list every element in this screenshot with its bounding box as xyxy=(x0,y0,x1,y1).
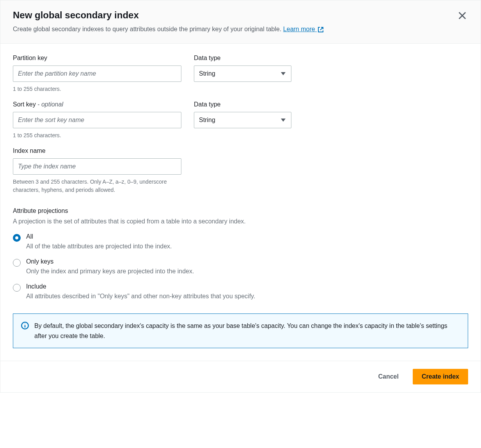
projections-desc: A projection is the set of attributes th… xyxy=(13,217,468,226)
radio-desc-all: All of the table attributes are projecte… xyxy=(26,242,172,251)
sort-type-label: Data type xyxy=(194,101,291,108)
modal-body: Partition key 1 to 255 characters. Data … xyxy=(0,44,481,361)
modal-title: New global secondary index xyxy=(13,10,468,21)
sort-type-group: Data type String xyxy=(194,101,291,140)
svg-point-2 xyxy=(25,324,25,324)
modal-subtitle: Create global secondary indexes to query… xyxy=(13,25,468,34)
partition-type-select[interactable]: String xyxy=(194,66,291,82)
sort-key-label-text: Sort key xyxy=(13,101,36,108)
index-name-hint: Between 3 and 255 characters. Only A–Z, … xyxy=(13,178,181,194)
projection-option-only-keys[interactable]: Only keys Only the index and primary key… xyxy=(13,258,468,276)
sort-key-row: Sort key optional 1 to 255 characters. D… xyxy=(13,101,468,140)
projection-option-all[interactable]: All All of the table attributes are proj… xyxy=(13,233,468,251)
modal-footer: Cancel Create index xyxy=(0,361,481,392)
learn-more-text: Learn more xyxy=(283,26,315,32)
sort-key-input[interactable] xyxy=(13,112,181,128)
radio-input-all[interactable] xyxy=(13,234,21,242)
info-icon xyxy=(21,322,29,329)
cancel-button[interactable]: Cancel xyxy=(369,369,407,384)
projections-title: Attribute projections xyxy=(13,207,468,214)
partition-key-row: Partition key 1 to 255 characters. Data … xyxy=(13,55,468,93)
close-icon xyxy=(458,11,467,20)
index-name-group: Index name Between 3 and 255 characters.… xyxy=(13,147,468,194)
partition-key-input[interactable] xyxy=(13,66,181,82)
radio-label-include: Include xyxy=(26,283,255,290)
radio-label-only-keys: Only keys xyxy=(26,258,194,265)
radio-label-all: All xyxy=(26,233,172,240)
radio-desc-only-keys: Only the index and primary keys are proj… xyxy=(26,267,194,276)
index-name-label: Index name xyxy=(13,147,468,154)
info-text: By default, the global secondary index's… xyxy=(34,321,460,341)
radio-input-only-keys[interactable] xyxy=(13,259,21,267)
projection-option-include[interactable]: Include All attributes described in "Onl… xyxy=(13,283,468,301)
partition-type-label: Data type xyxy=(194,55,291,62)
modal-dialog: New global secondary index Create global… xyxy=(0,0,481,393)
sort-type-value: String xyxy=(199,117,215,124)
subtitle-text: Create global secondary indexes to query… xyxy=(13,26,281,32)
partition-key-group: Partition key 1 to 255 characters. xyxy=(13,55,181,93)
partition-key-label: Partition key xyxy=(13,55,181,62)
index-name-input[interactable] xyxy=(13,158,181,175)
info-box: By default, the global secondary index's… xyxy=(13,313,468,348)
modal-header: New global secondary index Create global… xyxy=(0,0,481,44)
close-button[interactable] xyxy=(456,10,468,23)
projections-section: Attribute projections A projection is th… xyxy=(13,207,468,301)
partition-key-hint: 1 to 255 characters. xyxy=(13,85,181,93)
chevron-down-icon xyxy=(281,72,286,75)
radio-desc-include: All attributes described in "Only keys" … xyxy=(26,292,255,301)
partition-type-value: String xyxy=(199,70,215,77)
external-link-icon xyxy=(318,27,324,33)
radio-input-include[interactable] xyxy=(13,284,21,292)
projections-radio-group: All All of the table attributes are proj… xyxy=(13,233,468,301)
sort-type-select[interactable]: String xyxy=(194,112,291,128)
sort-key-hint: 1 to 255 characters. xyxy=(13,131,181,140)
partition-type-group: Data type String xyxy=(194,55,291,93)
sort-key-label: Sort key optional xyxy=(13,101,181,108)
learn-more-link[interactable]: Learn more xyxy=(283,26,324,32)
create-index-button[interactable]: Create index xyxy=(413,369,468,384)
chevron-down-icon xyxy=(281,119,286,122)
sort-key-group: Sort key optional 1 to 255 characters. xyxy=(13,101,181,140)
sort-key-optional: optional xyxy=(37,101,63,108)
